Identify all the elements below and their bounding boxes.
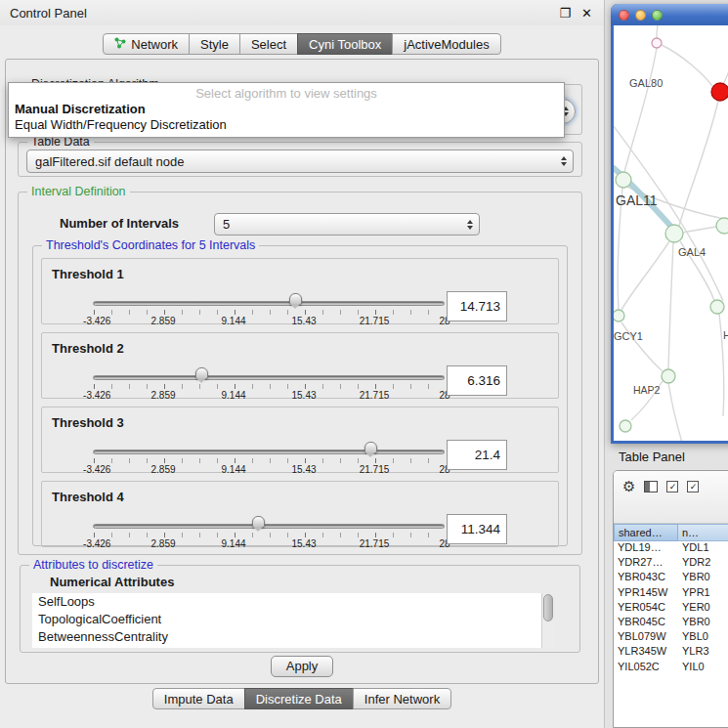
node-label-gal80: GAL80 <box>629 77 663 89</box>
threshold-slider[interactable]: -3.426 2.859 9.144 15.43 21.715 28 <box>93 511 445 548</box>
numerical-attributes-label: Numerical Attributes <box>50 575 174 589</box>
network-node[interactable] <box>710 300 724 314</box>
dropdown-option-manual-discretization[interactable]: Manual Discretization <box>9 102 564 117</box>
threshold-slider[interactable]: -3.426 2.859 9.144 15.43 21.715 28 <box>93 363 445 400</box>
cell[interactable]: YLR3 <box>678 645 728 660</box>
cell[interactable]: YER054C <box>614 601 678 616</box>
attributes-list: SelfLoops TopologicalCoefficient Between… <box>32 593 554 648</box>
slider-thumb[interactable] <box>195 367 208 379</box>
table-data-combobox[interactable]: galFiltered.sif default node <box>26 150 574 173</box>
threshold-slider[interactable]: -3.426 2.859 9.144 15.43 21.715 28 <box>93 437 445 474</box>
slider-thumb[interactable] <box>252 516 265 528</box>
dropdown-placeholder: Select algorithm to view settings <box>9 86 564 102</box>
table-row[interactable]: YPR145W YPR1 <box>614 586 728 601</box>
select-all-icon[interactable]: ✓ <box>666 481 678 492</box>
cell[interactable]: YBR0 <box>678 616 728 630</box>
control-panel-titlebar: Control Panel ❐ ✕ <box>0 0 604 25</box>
combo-selected-value: galFiltered.sif default node <box>27 154 554 169</box>
list-item[interactable]: TopologicalCoefficient <box>32 611 554 628</box>
apply-button[interactable]: Apply <box>271 656 333 677</box>
slider-thumb[interactable] <box>289 293 302 305</box>
scale-label: 2.859 <box>150 316 175 326</box>
threshold-label: Threshold 4 <box>52 490 124 504</box>
table-row[interactable]: YDR27… YDR2 <box>614 556 728 571</box>
table-row[interactable]: YIL052C YIL0 <box>614 661 728 675</box>
tab-discretize-data[interactable]: Discretize Data <box>244 688 354 709</box>
network-nodes <box>614 38 728 432</box>
scale-label: 2.859 <box>150 464 175 475</box>
cell[interactable]: YDL1 <box>678 541 728 556</box>
list-scrollbar[interactable] <box>541 593 554 648</box>
table-row[interactable]: YBR045C YBR0 <box>614 616 728 630</box>
cell[interactable]: YBR043C <box>614 571 678 585</box>
dropdown-option-equal-width-frequency[interactable]: Equal Width/Frequency Discretization <box>9 117 564 133</box>
table-row[interactable]: YBL079W YBL0 <box>614 630 728 645</box>
list-item[interactable]: SelfLoops <box>32 593 554 611</box>
scrollbar-thumb[interactable] <box>543 594 553 621</box>
cell[interactable]: YDR2 <box>678 556 728 571</box>
network-node[interactable] <box>620 420 631 432</box>
column-chooser-icon[interactable] <box>644 481 658 492</box>
zoom-traffic-light-icon[interactable] <box>652 10 663 21</box>
network-node[interactable] <box>652 38 662 48</box>
tab-label: Select <box>251 37 286 52</box>
cell[interactable]: YBR0 <box>678 571 728 585</box>
node-label-gal4: GAL4 <box>678 246 706 258</box>
slider-track[interactable] <box>93 301 445 306</box>
slider-track[interactable] <box>93 524 445 529</box>
list-item[interactable]: BetweennessCentrality <box>32 628 554 646</box>
network-node[interactable] <box>665 225 683 242</box>
table-row[interactable]: YDL19… YDL1 <box>614 541 728 556</box>
tab-impute-data[interactable]: Impute Data <box>152 688 245 709</box>
threshold-value-field[interactable]: 11.344 <box>447 514 507 544</box>
network-node[interactable] <box>614 310 624 321</box>
cell[interactable]: YPR1 <box>678 586 728 601</box>
network-node[interactable] <box>716 218 728 234</box>
tab-select[interactable]: Select <box>239 33 298 55</box>
tab-network[interactable]: Network <box>103 33 190 55</box>
threshold-value-field[interactable]: 14.713 <box>447 291 507 321</box>
cell[interactable]: YBR045C <box>614 616 678 630</box>
tab-jactivemodules[interactable]: jActiveModules <box>392 33 500 55</box>
threshold-slider[interactable]: -3.426 2.859 9.144 15.43 21.715 28 <box>93 288 445 325</box>
number-of-intervals-label: Number of Intervals <box>60 216 179 231</box>
close-icon[interactable]: ✕ <box>581 7 592 20</box>
cell[interactable]: YLR345W <box>614 645 678 660</box>
cell[interactable]: YDL19… <box>614 541 678 556</box>
slider-thumb[interactable] <box>364 442 377 453</box>
cell[interactable]: YPR145W <box>614 586 678 601</box>
tab-style[interactable]: Style <box>189 33 240 55</box>
slider-track[interactable] <box>93 450 445 454</box>
table-row[interactable]: YLR345W YLR3 <box>614 645 728 660</box>
number-of-intervals-combobox[interactable]: 5 <box>214 213 480 236</box>
slider-track[interactable] <box>93 375 445 380</box>
cell[interactable]: YER0 <box>678 601 728 616</box>
cell[interactable]: YDR27… <box>614 556 678 571</box>
network-node[interactable] <box>662 369 675 383</box>
tab-cyni-toolbox[interactable]: Cyni Toolbox <box>297 33 393 55</box>
threshold-value-field[interactable]: 6.316 <box>447 365 507 396</box>
cell[interactable]: YBL079W <box>614 630 678 645</box>
column-header-name[interactable]: n… <box>678 524 728 541</box>
network-icon <box>114 37 126 52</box>
tab-infer-network[interactable]: Infer Network <box>353 688 451 709</box>
cell[interactable]: YIL052C <box>614 661 678 675</box>
combo-arrows-icon <box>554 150 573 172</box>
close-traffic-light-icon[interactable] <box>619 10 629 21</box>
scale-label: 21.715 <box>360 464 390 475</box>
scale-label: 2.859 <box>150 390 175 401</box>
threshold-panel: Threshold 1 -3.426 2.859 9.144 15.43 21.… <box>41 258 559 324</box>
threshold-value-field[interactable]: 21.4 <box>447 440 507 470</box>
minimize-traffic-light-icon[interactable] <box>635 10 646 21</box>
float-window-icon[interactable]: ❐ <box>559 7 571 20</box>
network-canvas[interactable]: GAL80 GAL11 GAL4 GCY1 HAP2 H <box>614 25 728 441</box>
table-row[interactable]: YER054C YER0 <box>614 601 728 616</box>
column-header-shared-name[interactable]: shared… <box>614 524 678 541</box>
select-none-icon[interactable]: ✓ <box>687 481 699 492</box>
cell[interactable]: YBL0 <box>678 630 728 645</box>
selected-red-node[interactable] <box>711 83 728 101</box>
network-node[interactable] <box>616 172 631 188</box>
cell[interactable]: YIL0 <box>678 661 728 675</box>
table-row[interactable]: YBR043C YBR0 <box>614 571 728 585</box>
gear-icon[interactable]: ⚙ <box>622 479 635 493</box>
